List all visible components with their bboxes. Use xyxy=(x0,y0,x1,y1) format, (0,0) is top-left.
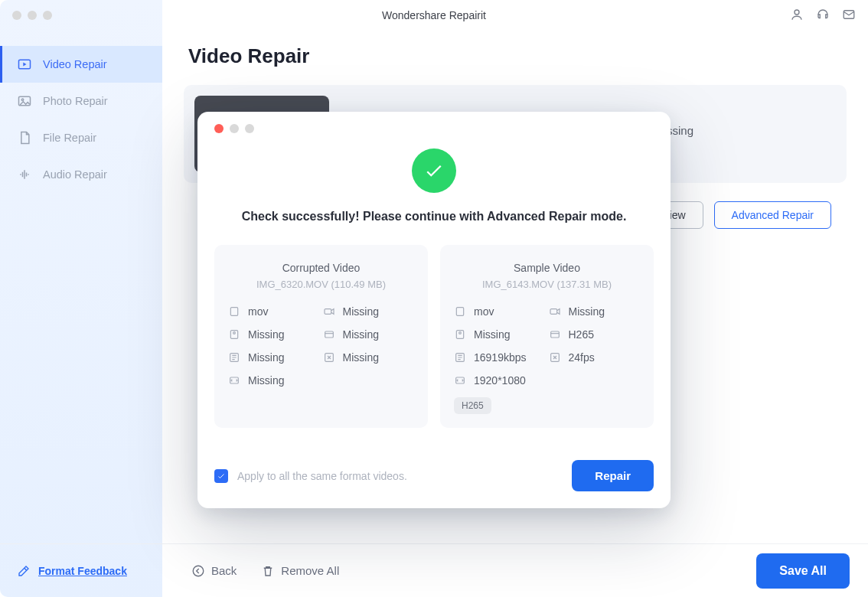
svg-point-18 xyxy=(459,332,462,334)
panel-title: Sample Video xyxy=(454,262,640,274)
file-format-icon xyxy=(228,305,240,318)
device-icon xyxy=(228,328,240,341)
bitrate-icon xyxy=(454,351,466,364)
codec-icon xyxy=(323,328,335,341)
codec-icon xyxy=(549,328,561,341)
modal-overlay: Check successfully! Please continue with… xyxy=(0,0,868,597)
panel-title: Corrupted Video xyxy=(228,262,414,274)
panel-subtitle: IMG_6320.MOV (110.49 MB) xyxy=(228,279,414,290)
resolution-icon xyxy=(228,374,240,387)
modal-minimize xyxy=(230,124,239,133)
prop-resolution: 1920*1080 xyxy=(454,374,546,387)
success-check-icon xyxy=(412,148,456,193)
prop-codec: H265 xyxy=(549,328,641,341)
repair-button[interactable]: Repair xyxy=(572,460,654,491)
prop-device: Missing xyxy=(228,328,320,341)
modal-zoom xyxy=(245,124,254,133)
camera-icon xyxy=(323,305,335,318)
checkbox-checked-icon[interactable] xyxy=(214,469,228,483)
modal-close[interactable] xyxy=(214,124,224,133)
svg-rect-16 xyxy=(550,309,557,315)
apply-all-checkbox-row[interactable]: Apply to all the same format videos. xyxy=(214,469,407,483)
check-result-modal: Check successfully! Please continue with… xyxy=(197,112,671,508)
prop-fps: Missing xyxy=(323,351,415,364)
prop-format: mov xyxy=(454,305,546,318)
camera-icon xyxy=(549,305,561,318)
svg-rect-19 xyxy=(550,331,559,338)
svg-rect-11 xyxy=(325,331,333,338)
apply-all-label: Apply to all the same format videos. xyxy=(237,470,407,482)
panel-subtitle: IMG_6143.MOV (137.31 MB) xyxy=(454,279,640,290)
prop-resolution: Missing xyxy=(228,374,320,387)
prop-format: mov xyxy=(228,305,320,318)
codec-tag: H265 xyxy=(454,397,491,414)
resolution-icon xyxy=(454,374,466,387)
prop-camera: Missing xyxy=(323,305,415,318)
fps-icon xyxy=(549,351,561,364)
svg-point-10 xyxy=(233,332,236,334)
svg-rect-15 xyxy=(456,308,463,316)
device-icon xyxy=(454,328,466,341)
sample-video-panel: Sample Video IMG_6143.MOV (137.31 MB) mo… xyxy=(440,245,654,428)
prop-camera: Missing xyxy=(549,305,641,318)
prop-fps: 24fps xyxy=(549,351,641,364)
prop-bitrate: Missing xyxy=(228,351,320,364)
corrupted-video-panel: Corrupted Video IMG_6320.MOV (110.49 MB)… xyxy=(214,245,428,428)
bitrate-icon xyxy=(228,351,240,364)
check-message: Check successfully! Please continue with… xyxy=(214,210,654,223)
modal-traffic-lights[interactable] xyxy=(214,124,654,133)
prop-codec: Missing xyxy=(323,328,415,341)
file-format-icon xyxy=(454,305,466,318)
prop-device: Missing xyxy=(454,328,546,341)
prop-bitrate: 16919kbps xyxy=(454,351,546,364)
svg-rect-8 xyxy=(325,309,331,315)
fps-icon xyxy=(323,351,335,364)
svg-rect-7 xyxy=(230,308,237,316)
